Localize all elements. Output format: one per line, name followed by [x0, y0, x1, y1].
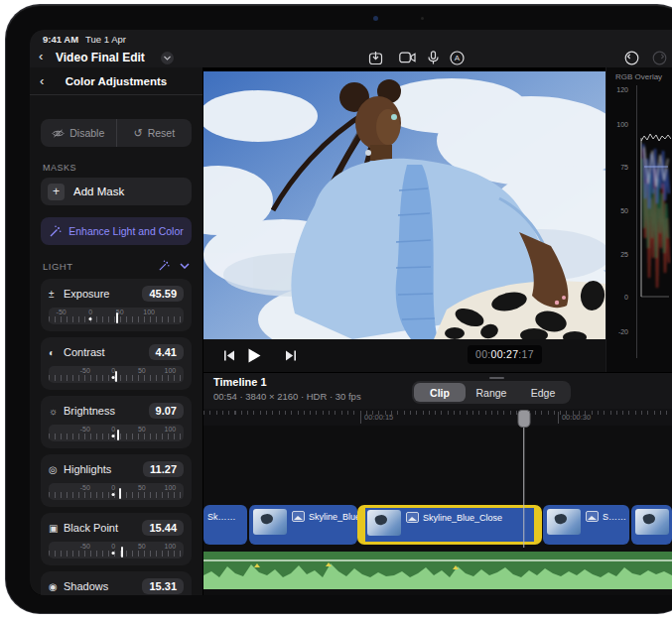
slider-tick-label: -50: [80, 484, 90, 491]
masks-section-label: MASKS: [43, 163, 190, 173]
timeline-clip[interactable]: [631, 505, 672, 545]
title-dropdown-button[interactable]: [161, 52, 174, 64]
slider-tick-label: 50: [138, 484, 146, 491]
slider-value-marker[interactable]: [115, 371, 117, 382]
add-mask-label: Add Mask: [73, 186, 124, 197]
playhead-handle[interactable]: [517, 410, 530, 428]
play-button[interactable]: [248, 339, 261, 372]
timeline-clip[interactable]: Skyline_Blue_Wide: [249, 505, 357, 545]
slider-value[interactable]: 4.41: [149, 344, 184, 360]
reset-button[interactable]: ↺ Reset: [117, 119, 193, 147]
slider-ticks: [49, 492, 184, 498]
enhance-light-color-button[interactable]: Enhance Light and Color: [41, 217, 192, 245]
slider-value-marker[interactable]: [116, 312, 118, 323]
panel-back-chevron-icon[interactable]: ‹: [40, 73, 44, 88]
slider-value[interactable]: 45.59: [142, 286, 184, 302]
slider-icon: ◎: [49, 464, 64, 475]
disable-label: Disable: [69, 127, 104, 139]
slider-ruler[interactable]: -50050100: [49, 542, 184, 559]
body: ‹ Color Adjustments Disable ↺ Reset: [30, 67, 672, 595]
light-collapse-chevron-icon[interactable]: [180, 263, 190, 269]
svg-text:A: A: [455, 54, 461, 62]
trim-handle-left[interactable]: [359, 518, 362, 533]
slider-value-marker[interactable]: [117, 430, 119, 440]
clip-label: S……: [603, 512, 626, 522]
slider-label: Brightness: [64, 405, 149, 417]
slider-ruler[interactable]: -50050100: [49, 425, 184, 441]
slider-value[interactable]: 9.07: [149, 403, 184, 419]
pencil-a-icon: A: [450, 51, 465, 65]
timeline-clip[interactable]: Skyline_Blue_Close: [357, 505, 542, 545]
disable-reset-group: Disable ↺ Reset: [41, 119, 192, 147]
light-section-header[interactable]: LIGHT: [41, 260, 192, 272]
clip-thumbnail: [547, 509, 581, 535]
panel-header: ‹ Color Adjustments: [30, 67, 202, 95]
status-time: 9:41 AM: [43, 34, 78, 45]
skip-to-end-button[interactable]: [285, 339, 297, 372]
adjustment-slider-card: ◐ Contrast 4.41 -50050100: [41, 337, 192, 390]
clip-thumbnail: [635, 509, 669, 535]
timeline-clip[interactable]: Sk……: [203, 505, 247, 545]
audio-track[interactable]: [203, 552, 672, 589]
slider-label: Contrast: [64, 346, 149, 358]
undo-button[interactable]: [623, 50, 640, 65]
redo-button[interactable]: [651, 50, 668, 65]
timeline-meta: 00:54 · 3840 × 2160 · HDR · 30 fps: [213, 391, 361, 402]
disable-button[interactable]: Disable: [41, 119, 117, 147]
slider-label: Highlights: [64, 463, 143, 475]
annotate-button[interactable]: A: [449, 50, 466, 65]
sliders: ± Exposure 45.59 -50050100 ◐ Contrast 4.…: [41, 279, 192, 595]
trim-handle-right[interactable]: [537, 518, 540, 533]
playhead-line[interactable]: [523, 410, 525, 548]
microphone-icon: [428, 51, 439, 65]
video-frame[interactable]: [203, 71, 605, 339]
slider-value-marker[interactable]: [119, 488, 121, 499]
light-wand-icon[interactable]: [158, 260, 170, 272]
front-camera: [373, 16, 378, 21]
rgb-overlay-scope: RGB Overlay 1201007550250-20: [605, 67, 672, 372]
ruler-timecode-label: 00:00:30: [558, 412, 591, 424]
project-title[interactable]: Video Final Edit: [56, 51, 145, 64]
clip-label: Skyline_Blue_Close: [423, 513, 502, 523]
skip-to-start-button[interactable]: [223, 339, 235, 372]
back-chevron-icon[interactable]: ‹: [39, 49, 43, 63]
segment-clip[interactable]: Clip: [414, 383, 466, 402]
segment-edge[interactable]: Edge: [517, 383, 569, 402]
clip-thumbnail: [367, 510, 401, 536]
slider-tick-label: -50: [57, 309, 67, 315]
slider-ruler[interactable]: -50050100: [49, 308, 184, 324]
slider-tick-label: -50: [80, 367, 90, 374]
sensor-dot: [421, 17, 424, 20]
scope-tick-label: 0: [624, 294, 628, 301]
slider-value[interactable]: 15.31: [142, 578, 184, 594]
slider-value[interactable]: 11.27: [143, 461, 184, 477]
scope-tick-label: 75: [620, 164, 628, 171]
clip-media-icon: [586, 511, 599, 522]
slider-ruler[interactable]: -50050100: [49, 483, 184, 500]
microphone-button[interactable]: [425, 50, 442, 65]
clip-label: Sk……: [207, 512, 236, 522]
page: 9:41 AM Tue 1 Apr ‹ Video Final Edit: [0, 0, 672, 621]
slider-tick-label: -50: [80, 543, 90, 550]
magic-wand-icon: [49, 225, 62, 238]
video-camera-icon: [399, 52, 416, 63]
enhance-label: Enhance Light and Color: [68, 225, 184, 237]
timeline-clip[interactable]: S……: [543, 505, 629, 545]
slider-zero-dot: [89, 317, 92, 320]
slider-tick-label: 0: [111, 484, 115, 491]
slider-tick-label: -50: [80, 426, 90, 433]
import-button[interactable]: [367, 50, 384, 65]
add-mask-button[interactable]: + Add Mask: [41, 178, 192, 205]
slider-ruler[interactable]: -50050100: [49, 366, 184, 383]
center-column: 00:00:27:17 RGB Overlay 1201007550250-20: [203, 67, 672, 595]
color-adjustments-panel: ‹ Color Adjustments Disable ↺ Reset: [30, 67, 203, 595]
panel-title: Color Adjustments: [66, 75, 167, 87]
timeline-lane: Sk…… Skyline_Blue_Wide Skyline_Blue_Clos…: [203, 426, 672, 595]
timeline-ruler[interactable]: 00:00:1500:00:30: [203, 409, 672, 426]
redo-icon: [652, 51, 667, 65]
slider-value[interactable]: 15.44: [142, 520, 184, 536]
slider-value-marker[interactable]: [121, 547, 123, 558]
segment-range[interactable]: Range: [466, 383, 517, 402]
video-preview: 00:00:27:17: [203, 67, 605, 372]
camera-button[interactable]: [399, 50, 416, 65]
